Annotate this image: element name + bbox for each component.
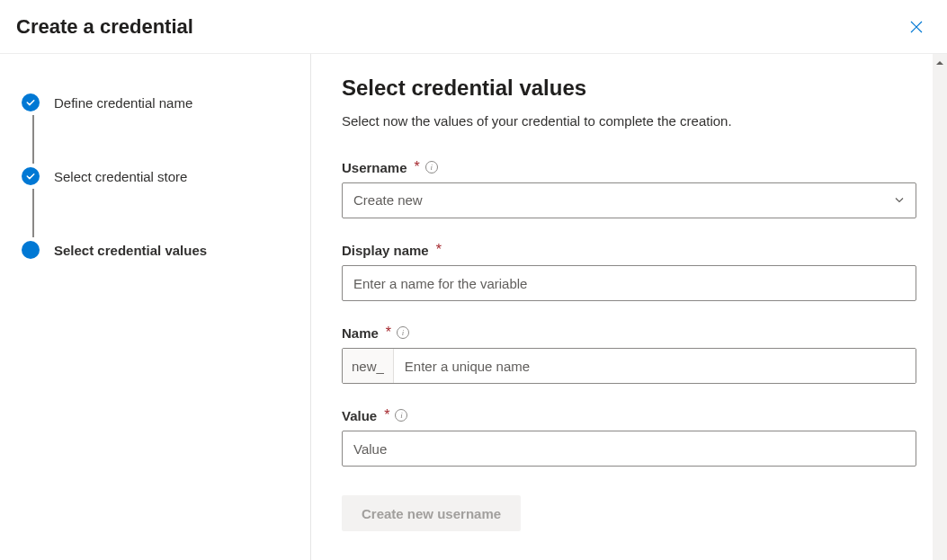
field-label: Name: [342, 325, 379, 341]
step-select-credential-store[interactable]: Select credential store: [22, 164, 292, 189]
main-panel: Select credential values Select now the …: [311, 54, 947, 560]
step-define-credential-name[interactable]: Define credential name: [22, 90, 292, 115]
field-label: Value: [342, 408, 377, 423]
close-button[interactable]: [902, 13, 931, 41]
scroll-up-icon[interactable]: [933, 54, 947, 72]
info-icon[interactable]: i: [397, 326, 409, 339]
step-label: Select credential values: [54, 243, 207, 258]
scrollbar-track[interactable]: [933, 54, 947, 560]
field-label-row: Username * i: [342, 159, 916, 175]
required-marker: *: [436, 242, 442, 258]
close-icon: [909, 20, 924, 34]
step-done-icon: [22, 167, 40, 185]
step-select-credential-values[interactable]: Select credential values: [22, 237, 292, 262]
field-label-row: Value * i: [342, 407, 916, 423]
dialog-title: Create a credential: [16, 15, 902, 39]
field-label: Display name: [342, 243, 429, 258]
username-select-value: Create new: [353, 183, 905, 218]
step-connector: [32, 115, 34, 164]
field-label-row: Display name *: [342, 242, 916, 258]
field-username: Username * i Create new: [342, 159, 916, 218]
chevron-down-icon: [894, 193, 905, 209]
username-select[interactable]: Create new: [342, 182, 916, 218]
step-current-icon: [22, 241, 40, 259]
dialog-body: Define credential name Select credential…: [0, 54, 947, 560]
step-connector: [32, 189, 34, 237]
field-label: Username: [342, 160, 407, 175]
required-marker: *: [386, 324, 391, 341]
field-name: Name * i new_: [342, 324, 916, 384]
name-prefix: new_: [343, 349, 394, 383]
step-label: Define credential name: [54, 95, 192, 111]
dialog-header: Create a credential: [0, 0, 947, 54]
panel-title: Select credential values: [342, 76, 916, 101]
display-name-input[interactable]: [342, 265, 916, 301]
value-input[interactable]: [342, 431, 916, 467]
field-value: Value * i: [342, 407, 916, 467]
create-new-username-button[interactable]: Create new username: [342, 495, 521, 531]
info-icon[interactable]: i: [395, 409, 407, 422]
name-input[interactable]: [394, 349, 916, 383]
name-input-group: new_: [342, 348, 916, 384]
panel-subtitle: Select now the values of your credential…: [342, 113, 916, 129]
required-marker: *: [415, 159, 420, 175]
dialog-create-credential: Create a credential Define credential na…: [0, 0, 947, 560]
required-marker: *: [384, 407, 389, 423]
stepper: Define credential name Select credential…: [0, 54, 311, 560]
info-icon[interactable]: i: [425, 161, 438, 173]
field-label-row: Name * i: [342, 324, 916, 341]
step-label: Select credential store: [54, 169, 187, 184]
field-display-name: Display name *: [342, 242, 916, 301]
step-done-icon: [22, 93, 40, 111]
